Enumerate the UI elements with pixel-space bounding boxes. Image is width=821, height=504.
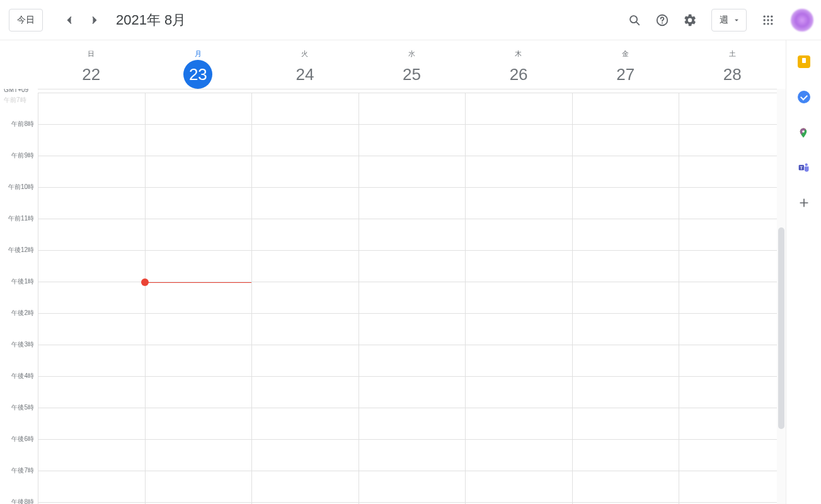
hour-gridline bbox=[38, 250, 786, 251]
day-gridline bbox=[38, 93, 38, 504]
svg-point-6 bbox=[771, 15, 772, 17]
day-header-22[interactable]: 日22 bbox=[38, 49, 145, 89]
hour-gridline bbox=[38, 471, 786, 471]
account-avatar[interactable] bbox=[791, 9, 813, 32]
svg-point-11 bbox=[767, 23, 769, 25]
hour-gridline bbox=[38, 219, 786, 219]
day-of-week-label: 金 bbox=[622, 49, 629, 59]
hour-gridline bbox=[38, 124, 786, 125]
hour-gridline bbox=[38, 376, 786, 377]
vertical-scrollbar[interactable] bbox=[777, 89, 786, 504]
view-select[interactable]: 週 bbox=[711, 9, 747, 32]
hour-gridline bbox=[38, 345, 786, 345]
hour-gridline bbox=[38, 502, 786, 503]
svg-point-13 bbox=[802, 130, 805, 133]
current-time-dot bbox=[141, 278, 149, 286]
hour-gridline bbox=[38, 439, 786, 440]
svg-point-16 bbox=[805, 163, 807, 166]
day-number-label: 26 bbox=[504, 60, 533, 89]
calendar-grid[interactable]: 午前8時午前9時午前10時午前11時午後12時午後1時午後2時午後3時午後4時午… bbox=[0, 93, 786, 504]
hour-label: 午後4時 bbox=[11, 372, 34, 381]
side-panel: T bbox=[786, 40, 821, 504]
day-of-week-label: 土 bbox=[729, 49, 737, 59]
teams-app-icon[interactable]: T bbox=[798, 161, 810, 174]
hour-label: 午後2時 bbox=[11, 309, 34, 318]
svg-point-10 bbox=[764, 23, 766, 25]
calendar-cells[interactable] bbox=[38, 93, 786, 504]
day-number-label: 28 bbox=[718, 60, 747, 89]
day-header-26[interactable]: 木26 bbox=[465, 49, 572, 89]
apps-button[interactable] bbox=[755, 8, 781, 33]
search-icon bbox=[628, 13, 641, 27]
svg-point-12 bbox=[771, 23, 772, 25]
search-button[interactable] bbox=[622, 8, 647, 33]
next-week-button[interactable] bbox=[83, 9, 106, 32]
calendar-header: 今日 2021年 8月 週 bbox=[0, 0, 821, 40]
svg-point-4 bbox=[764, 15, 766, 17]
scroll-thumb[interactable] bbox=[778, 227, 784, 429]
day-number-label: 27 bbox=[611, 60, 640, 89]
settings-button[interactable] bbox=[677, 8, 703, 33]
hour-label: 午前10時 bbox=[8, 183, 34, 192]
apps-grid-icon bbox=[762, 14, 774, 26]
day-gridline bbox=[251, 93, 252, 504]
svg-line-1 bbox=[636, 22, 639, 25]
day-gridline bbox=[679, 93, 679, 504]
hour-gridline bbox=[38, 408, 786, 408]
hour-label: 午前8時 bbox=[11, 120, 34, 129]
help-icon bbox=[655, 13, 669, 27]
maps-app-icon[interactable] bbox=[798, 126, 810, 139]
day-of-week-label: 火 bbox=[301, 49, 309, 59]
day-header-27[interactable]: 金27 bbox=[572, 49, 679, 89]
hour-label: 午後6時 bbox=[11, 435, 34, 444]
prev-week-button[interactable] bbox=[58, 9, 81, 32]
day-gridline bbox=[465, 93, 466, 504]
day-number-label: 24 bbox=[290, 60, 319, 89]
calendar-main: 日22月23火24水25木26金27土28 GMT+09 午前7時 午前8時午前… bbox=[0, 40, 786, 504]
hour-gridline bbox=[38, 93, 786, 93]
svg-point-9 bbox=[771, 19, 772, 21]
svg-point-7 bbox=[764, 19, 766, 21]
day-gridline bbox=[359, 93, 359, 504]
chevron-right-icon bbox=[88, 14, 101, 26]
hour-gutter: 午前8時午前9時午前10時午前11時午後12時午後1時午後2時午後3時午後4時午… bbox=[0, 93, 38, 504]
allday-separator bbox=[38, 89, 786, 89]
day-of-week-label: 月 bbox=[195, 49, 202, 59]
day-number-label: 25 bbox=[398, 60, 427, 89]
current-time-line bbox=[145, 282, 252, 283]
day-of-week-label: 水 bbox=[408, 49, 416, 59]
hour-label: 午後3時 bbox=[11, 340, 34, 349]
help-button[interactable] bbox=[650, 8, 675, 33]
date-range-title: 2021年 8月 bbox=[116, 11, 186, 30]
day-number-label: 22 bbox=[77, 60, 106, 89]
hour-label: 午後12時 bbox=[8, 246, 34, 255]
gear-icon bbox=[683, 13, 697, 27]
day-header-25[interactable]: 水25 bbox=[359, 49, 466, 89]
tasks-app-icon[interactable] bbox=[798, 91, 810, 103]
hour-label: 午後8時 bbox=[11, 498, 34, 504]
hour-label: 午前11時 bbox=[8, 214, 34, 223]
day-header-28[interactable]: 土28 bbox=[679, 49, 786, 89]
hour-gridline bbox=[38, 156, 786, 156]
day-gridline bbox=[145, 93, 146, 504]
day-header-23[interactable]: 月23 bbox=[145, 49, 252, 89]
hour-label: 午後5時 bbox=[11, 403, 34, 412]
svg-point-3 bbox=[662, 22, 663, 23]
hour-gridline bbox=[38, 313, 786, 314]
caret-down-icon bbox=[732, 16, 741, 25]
day-header-24[interactable]: 火24 bbox=[251, 49, 359, 89]
calendar-grid-wrap: GMT+09 午前7時 午前8時午前9時午前10時午前11時午後12時午後1時午… bbox=[0, 89, 786, 504]
day-gridline bbox=[572, 93, 573, 504]
week-day-header: 日22月23火24水25木26金27土28 bbox=[0, 40, 786, 89]
day-of-week-label: 木 bbox=[515, 49, 522, 59]
today-button[interactable]: 今日 bbox=[9, 9, 43, 32]
svg-point-8 bbox=[767, 19, 769, 21]
keep-app-icon[interactable] bbox=[798, 55, 810, 68]
svg-text:T: T bbox=[800, 166, 802, 170]
hour-gridline bbox=[38, 187, 786, 188]
view-select-label: 週 bbox=[720, 14, 728, 26]
hour-label: 午後7時 bbox=[11, 466, 34, 475]
chevron-left-icon bbox=[63, 14, 76, 26]
add-addon-button[interactable] bbox=[798, 197, 810, 209]
svg-point-0 bbox=[630, 16, 637, 23]
